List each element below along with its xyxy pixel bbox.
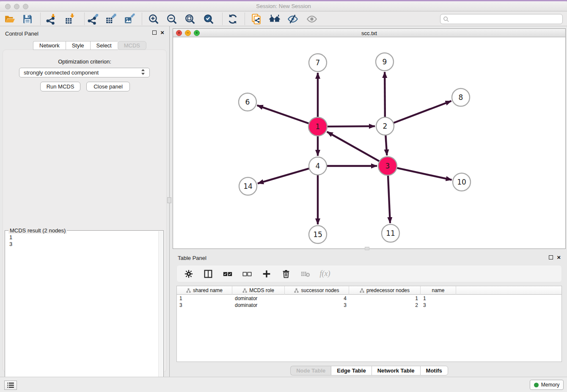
tab-style[interactable]: Style [66,41,90,50]
float-panel-icon[interactable] [152,30,157,35]
home-layout-icon[interactable] [269,13,281,25]
column-header-predecessor-nodes[interactable]: predecessor nodes [349,286,421,295]
table-cell[interactable]: dominator [232,295,285,302]
add-column-icon[interactable] [261,269,272,279]
graph-node-15[interactable]: 15 [309,226,327,243]
table-row[interactable]: 3dominator323 [177,302,561,309]
create-network-view-icon[interactable] [250,13,262,25]
export-image-icon[interactable] [124,13,135,25]
network-graph[interactable]: 7968124314101511 [173,38,565,249]
table-cell[interactable]: 3 [177,302,232,309]
network-canvas[interactable]: 7968124314101511 [173,38,565,248]
control-panel-tabs: NetworkStyleSelectMCDS [33,41,146,50]
tab-network-table[interactable]: Network Table [372,366,420,375]
import-network-icon[interactable] [45,13,57,25]
table-cell[interactable]: 4 [285,295,349,302]
delete-column-icon[interactable] [281,269,291,279]
edge-3-11[interactable] [388,175,390,223]
graph-node-9[interactable]: 9 [376,53,394,71]
mcds-result-item[interactable]: 3 [9,241,12,248]
import-table-icon[interactable] [64,13,76,25]
tab-node-table[interactable]: Node Table [290,366,331,375]
edge-1-2[interactable] [327,126,375,127]
close-panel-icon[interactable]: × [160,30,164,35]
open-session-icon[interactable] [4,13,16,25]
chevron-updown-icon [141,69,145,76]
zoom-out-icon[interactable] [166,13,178,25]
graph-node-11[interactable]: 11 [382,224,399,242]
export-network-icon[interactable] [87,13,99,25]
table-cell[interactable]: 3 [421,302,456,309]
function-builder-icon[interactable]: f(x) [320,269,330,279]
delete-table-icon[interactable] [300,269,311,279]
run-mcds-button[interactable]: Run MCDS [40,82,80,91]
edge-1-6[interactable] [257,105,309,124]
edge-3-1[interactable] [327,132,380,161]
graph-node-7[interactable]: 7 [309,54,327,72]
mcds-result-list[interactable]: 13 [9,234,12,248]
column-header-successor-nodes[interactable]: successor nodes [285,286,349,295]
close-table-panel-icon[interactable]: × [557,255,561,259]
graph-node-2[interactable]: 2 [376,117,394,135]
column-header-name[interactable]: name [421,286,456,295]
memory-button[interactable]: Memory [530,380,564,390]
graph-node-1[interactable]: 1 [308,117,327,136]
node-table-header: shared nameMCDS rolesuccessor nodesprede… [177,286,561,295]
svg-text:10: 10 [457,178,466,186]
float-table-panel-icon[interactable] [549,255,553,259]
zoom-fit-icon[interactable] [184,13,196,25]
horizontal-splitter-handle[interactable] [365,247,369,250]
table-cell[interactable]: 1 [349,295,421,302]
table-cell[interactable]: 1 [177,295,232,302]
eye-icon[interactable] [306,13,318,25]
graph-node-14[interactable]: 14 [239,177,257,195]
graph-node-8[interactable]: 8 [452,88,470,106]
edge-2-8[interactable] [394,101,451,123]
refresh-view-icon[interactable] [227,13,239,25]
tab-motifs[interactable]: Motifs [420,366,448,375]
svg-text:1: 1 [316,122,320,131]
graph-node-4[interactable]: 4 [309,157,327,175]
close-panel-button[interactable]: Close panel [86,82,130,91]
zoom-in-icon[interactable] [148,13,160,25]
table-row[interactable]: 1dominator411 [177,295,561,302]
node-table[interactable]: shared nameMCDS rolesuccessor nodesprede… [176,286,562,362]
table-cell[interactable]: 3 [285,302,349,309]
graph-node-6[interactable]: 6 [239,93,256,111]
search-input[interactable] [451,16,562,22]
select-all-columns-icon[interactable] [223,269,233,279]
eye-off-icon[interactable] [287,13,299,25]
network-window-titlebar[interactable]: × − + scc.txt [173,29,565,37]
search-icon [443,16,449,22]
graph-node-3[interactable]: 3 [378,157,397,175]
task-history-button[interactable] [4,381,17,390]
column-header-MCDS-role[interactable]: MCDS role [232,286,285,295]
edge-2-9[interactable] [385,72,385,117]
table-cell[interactable]: 1 [421,295,456,302]
toggle-panels-icon[interactable] [203,269,213,279]
column-header-shared-name[interactable]: shared name [177,286,232,295]
mcds-result-legend: MCDS result (2 nodes) [8,227,67,234]
table-cell[interactable]: dominator [232,302,285,309]
edge-4-14[interactable] [258,168,309,183]
mcds-result-item[interactable]: 1 [9,234,12,241]
toolbar-search[interactable] [440,14,563,24]
result-scrollbar[interactable] [158,231,163,389]
deselect-all-columns-icon[interactable] [242,269,252,279]
tab-network[interactable]: Network [33,41,66,50]
edge-3-10[interactable] [396,168,451,180]
settings-gear-icon[interactable] [184,269,194,279]
memory-label: Memory [541,382,559,388]
tab-mcds[interactable]: MCDS [118,41,146,50]
table-cell[interactable]: 2 [349,302,421,309]
tab-select[interactable]: Select [90,41,118,50]
tab-edge-table[interactable]: Edge Table [331,366,371,375]
criterion-dropdown-value: strongly connected component [24,69,99,76]
export-table-icon[interactable] [105,13,117,25]
edge-2-3[interactable] [385,135,387,155]
vertical-splitter-handle[interactable] [167,197,171,203]
criterion-dropdown[interactable]: strongly connected component [19,68,150,77]
zoom-selected-icon[interactable] [203,13,215,25]
save-session-icon[interactable] [22,13,33,25]
graph-node-10[interactable]: 10 [453,173,471,191]
